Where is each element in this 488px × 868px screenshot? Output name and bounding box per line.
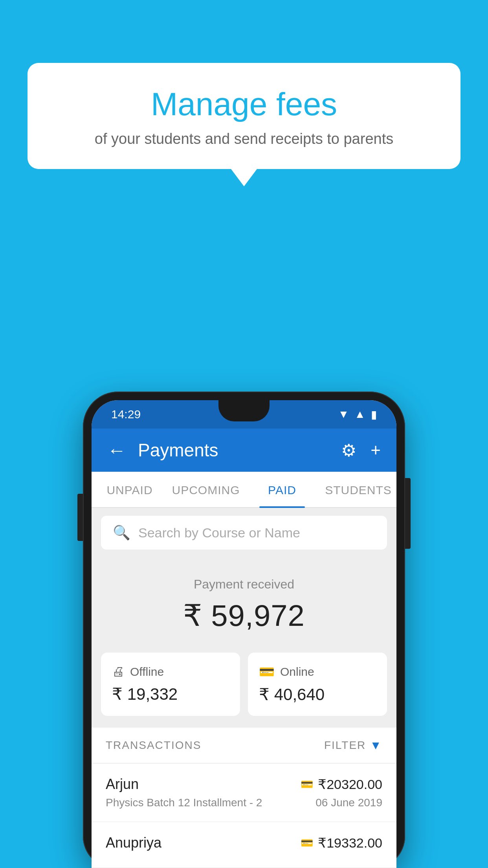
tab-upcoming[interactable]: UPCOMING <box>168 472 244 507</box>
filter-label: FILTER <box>324 739 366 752</box>
transaction-amount-wrap: 💳 ₹20320.00 <box>301 776 382 792</box>
app-bar-icons: ⚙ + <box>341 440 381 460</box>
search-input[interactable]: Search by Course or Name <box>138 525 300 541</box>
transaction-detail: Physics Batch 12 Installment - 2 <box>106 796 262 809</box>
offline-label: Offline <box>130 665 164 679</box>
offline-icon: 🖨 <box>112 664 125 679</box>
offline-amount: ₹ 19,332 <box>112 684 229 704</box>
phone-outer: 14:29 ▼ ▲ ▮ ← Payments ⚙ + UNPAID UPCO <box>83 392 405 868</box>
status-bar: 14:29 ▼ ▲ ▮ <box>92 400 396 428</box>
transaction-amount: ₹20320.00 <box>318 776 382 792</box>
search-container: 🔍 Search by Course or Name <box>92 508 396 557</box>
bubble-subtitle: of your students and send receipts to pa… <box>47 131 441 147</box>
tab-paid[interactable]: PAID <box>244 472 320 507</box>
add-icon[interactable]: + <box>371 440 381 460</box>
speech-bubble-container: Manage fees of your students and send re… <box>28 63 460 169</box>
transaction-date: 06 June 2019 <box>316 796 382 809</box>
payment-received-label: Payment received <box>101 577 387 592</box>
status-icons: ▼ ▲ ▮ <box>338 408 377 421</box>
app-title: Payments <box>138 440 329 461</box>
filter-button[interactable]: FILTER ▼ <box>324 739 382 752</box>
app-bar: ← Payments ⚙ + <box>92 428 396 472</box>
bubble-title: Manage fees <box>47 86 441 122</box>
tab-students[interactable]: STUDENTS <box>320 472 396 507</box>
online-amount: ₹ 40,640 <box>259 685 376 704</box>
wifi-icon: ▼ <box>338 408 349 421</box>
online-card: 💳 Online ₹ 40,640 <box>248 653 387 716</box>
search-box[interactable]: 🔍 Search by Course or Name <box>101 516 387 550</box>
transaction-row-anupriya[interactable]: Anupriya 💳 ₹19332.00 <box>92 822 396 868</box>
signal-icon: ▲ <box>354 408 365 421</box>
filter-icon: ▼ <box>370 739 382 752</box>
transactions-header: TRANSACTIONS FILTER ▼ <box>92 728 396 763</box>
offline-card-header: 🖨 Offline <box>112 664 229 679</box>
notch <box>218 400 270 421</box>
payment-cards-row: 🖨 Offline ₹ 19,332 💳 Online ₹ 40,640 <box>92 645 396 728</box>
transactions-label: TRANSACTIONS <box>106 739 201 752</box>
online-card-header: 💳 Online <box>259 664 376 679</box>
transaction-amount-wrap-2: 💳 ₹19332.00 <box>301 835 382 851</box>
transaction-bottom: Physics Batch 12 Installment - 2 06 June… <box>106 796 382 809</box>
payment-received-amount: ₹ 59,972 <box>101 598 387 633</box>
phone-screen: 14:29 ▼ ▲ ▮ ← Payments ⚙ + UNPAID UPCO <box>92 400 396 868</box>
transaction-row-arjun[interactable]: Arjun 💳 ₹20320.00 Physics Batch 12 Insta… <box>92 763 396 822</box>
settings-icon[interactable]: ⚙ <box>341 440 356 460</box>
status-time: 14:29 <box>111 408 141 421</box>
tabs-bar: UNPAID UPCOMING PAID STUDENTS <box>92 472 396 508</box>
payment-received-section: Payment received ₹ 59,972 <box>92 557 396 645</box>
online-label: Online <box>280 665 314 679</box>
phone-mockup: 14:29 ▼ ▲ ▮ ← Payments ⚙ + UNPAID UPCO <box>83 392 405 868</box>
back-button[interactable]: ← <box>107 440 126 461</box>
transaction-type-icon-2: 💳 <box>301 837 313 849</box>
online-icon: 💳 <box>259 664 275 679</box>
transaction-name-2: Anupriya <box>106 835 161 851</box>
offline-card: 🖨 Offline ₹ 19,332 <box>101 653 240 716</box>
transaction-top-2: Anupriya 💳 ₹19332.00 <box>106 835 382 851</box>
battery-icon: ▮ <box>371 408 377 421</box>
transaction-type-icon: 💳 <box>301 778 313 791</box>
transaction-top: Arjun 💳 ₹20320.00 <box>106 776 382 793</box>
tab-unpaid[interactable]: UNPAID <box>92 472 168 507</box>
search-icon: 🔍 <box>113 524 130 541</box>
transaction-amount-2: ₹19332.00 <box>318 835 382 851</box>
speech-bubble: Manage fees of your students and send re… <box>28 63 460 169</box>
transaction-name: Arjun <box>106 776 139 793</box>
